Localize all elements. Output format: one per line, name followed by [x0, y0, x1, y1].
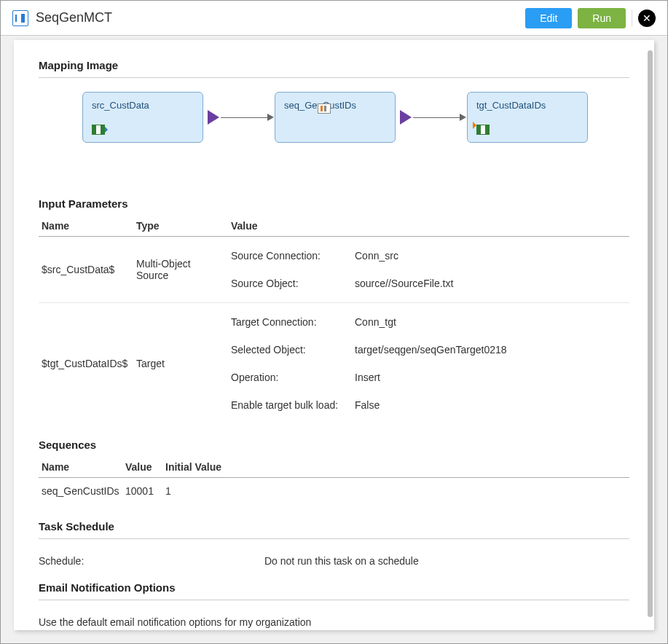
kv-val: Conn_src — [355, 250, 626, 262]
divider — [39, 77, 629, 78]
seq-name: seq_GenCustIDs — [39, 478, 122, 505]
param-type: Multi-Object Source — [133, 237, 228, 303]
section-sequences-title: Sequences — [39, 439, 629, 451]
sequence-icon — [318, 103, 331, 114]
col-initial: Initial Value — [162, 457, 629, 478]
section-mapping-title: Mapping Image — [39, 59, 629, 71]
content-card: Mapping Image src_CustData seq_GenCustID… — [14, 40, 654, 630]
connector-line — [413, 117, 460, 118]
kv-val: target/seqgen/seqGenTarget0218 — [355, 344, 626, 356]
param-name: $src_CustData$ — [39, 237, 133, 303]
sequences-table: Name Value Initial Value seq_GenCustIDs … — [39, 457, 629, 504]
kv-key: Source Object: — [231, 278, 347, 289]
source-table-icon — [92, 125, 105, 135]
kv-key: Selected Object: — [231, 344, 347, 356]
kv-val: source//SourceFile.txt — [355, 278, 626, 289]
section-email-title: Email Notification Options — [39, 581, 629, 594]
node-target-label: tgt_CustDataIDs — [476, 100, 578, 111]
close-button[interactable]: ✕ — [638, 9, 656, 27]
divider — [39, 538, 629, 539]
kv-val: False — [355, 399, 626, 411]
run-button[interactable]: Run — [578, 8, 626, 28]
arrow-icon — [267, 114, 274, 121]
edit-button-label: Edit — [540, 12, 557, 24]
kv-key: Target Connection: — [231, 316, 347, 328]
param-values: Target Connection: Conn_tgt Selected Obj… — [231, 309, 626, 418]
page-title: SeqGenMCT — [36, 10, 112, 25]
kv-val: Conn_tgt — [355, 316, 626, 328]
node-source-label: src_CustData — [92, 100, 194, 111]
table-row: $src_CustData$ Multi-Object Source Sourc… — [39, 237, 629, 303]
divider — [39, 600, 629, 600]
input-parameters-table: Name Type Value $src_CustData$ Multi-Obj… — [39, 216, 629, 424]
node-target[interactable]: tgt_CustDataIDs — [467, 92, 588, 143]
section-input-params-title: Input Parameters — [39, 197, 629, 210]
table-row: seq_GenCustIDs 10001 1 — [39, 478, 629, 505]
email-text: Use the default email notification optio… — [39, 610, 629, 628]
connector-line — [221, 117, 267, 118]
schedule-row: Schedule: Do not run this task on a sche… — [39, 549, 629, 567]
col-value: Value — [228, 216, 629, 237]
mapping-diagram: src_CustData seq_GenCustIDs tgt_CustData… — [39, 88, 629, 176]
kv-val: Insert — [355, 372, 626, 383]
play-icon — [400, 110, 412, 125]
col-type: Type — [133, 216, 228, 237]
scrollbar[interactable] — [648, 50, 653, 617]
node-sequence[interactable]: seq_GenCustIDs — [275, 92, 396, 143]
kv-key: Enable target bulk load: — [231, 399, 347, 411]
node-sequence-label: seq_GenCustIDs — [284, 100, 386, 111]
table-row: $tgt_CustDataIDs$ Target Target Connecti… — [39, 303, 629, 425]
seq-value: 10001 — [122, 478, 162, 505]
param-values: Source Connection: Conn_src Source Objec… — [231, 243, 626, 297]
col-value: Value — [122, 457, 162, 478]
target-table-icon — [476, 125, 490, 135]
kv-key: Operation: — [231, 372, 347, 383]
param-type: Target — [133, 303, 228, 425]
node-source[interactable]: src_CustData — [82, 92, 203, 143]
col-name: Name — [39, 216, 133, 237]
col-name: Name — [39, 457, 122, 478]
run-button-label: Run — [592, 12, 611, 24]
arrow-icon — [460, 114, 466, 121]
header-bar: SeqGenMCT Edit Run ✕ — [1, 1, 667, 36]
seq-initial: 1 — [162, 478, 629, 505]
schedule-value: Do not run this task on a schedule — [264, 555, 419, 567]
mapping-task-icon — [12, 10, 28, 26]
edit-button[interactable]: Edit — [525, 8, 572, 28]
play-icon — [208, 110, 219, 125]
param-name: $tgt_CustDataIDs$ — [39, 303, 133, 425]
kv-key: Source Connection: — [231, 250, 347, 262]
header-divider — [632, 9, 632, 27]
section-schedule-title: Task Schedule — [39, 520, 629, 533]
schedule-label: Schedule: — [39, 555, 264, 567]
